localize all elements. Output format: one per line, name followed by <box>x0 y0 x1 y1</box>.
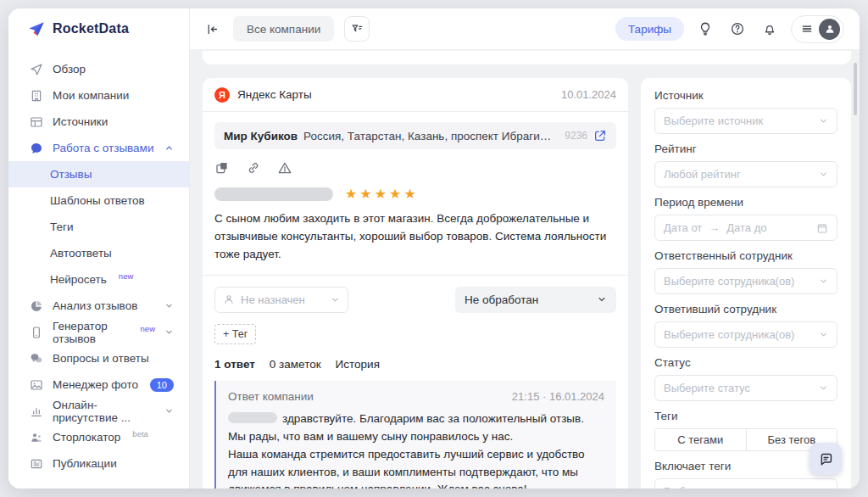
with-tags-button[interactable]: С тегами <box>655 429 747 450</box>
sidebar-item-label: Работа с отзывами <box>53 142 153 154</box>
sidebar-item-label: Мои компании <box>53 89 129 102</box>
review-source: Яндекс Карты <box>237 88 312 101</box>
company-address: Россия, Татарстан, Казань, проспект Ибра… <box>303 130 559 142</box>
sidebar-item-companies[interactable]: Мои компании <box>8 82 189 109</box>
yandex-maps-icon: Я <box>214 87 230 103</box>
sidebar-item-questions-answers[interactable]: Вопросы и ответы <box>8 345 189 371</box>
rating-select[interactable]: Любой рейтинг <box>654 161 837 187</box>
sidebar-item-overview[interactable]: Обзор <box>8 56 189 82</box>
tariffs-button[interactable]: Тарифы <box>615 17 684 41</box>
collapse-left-icon <box>205 22 220 36</box>
filters-panel: Источник Выберите источник Рейтинг Любой… <box>641 78 851 489</box>
sidebar-item-label: Генератор отзывов <box>53 320 129 345</box>
status-select[interactable]: Не обработан <box>455 287 616 313</box>
link-icon[interactable] <box>246 160 261 176</box>
tab-notes[interactable]: 0 заметок <box>270 358 321 371</box>
source-select[interactable]: Выберите источник <box>654 108 837 134</box>
tab-history[interactable]: История <box>336 358 380 371</box>
beta-badge: beta <box>132 429 148 438</box>
scrollbar[interactable] <box>854 63 857 115</box>
external-link-icon[interactable] <box>593 129 607 142</box>
sidebar: RocketData Обзор Мои компании Источники … <box>8 8 190 489</box>
chevron-down-icon <box>819 383 828 393</box>
sidebar-item-reviews-work[interactable]: Работа с отзывами <box>8 135 189 161</box>
select-placeholder: Выберите сотрудника(ов) <box>664 328 794 341</box>
add-tag-button[interactable]: + Тег <box>214 324 256 344</box>
date-range-input[interactable]: Дата от → Дата до <box>654 215 837 241</box>
sidebar-item-label: Источники <box>53 115 108 128</box>
sidebar-item-label: Онлайн-присутствие ... <box>53 399 155 424</box>
sidebar-item-photo-manager[interactable]: Менеджер фото 10 <box>8 371 189 398</box>
sidebar-item-sources[interactable]: Источники <box>8 109 189 135</box>
sidebar-item-label: Шаблоны ответов <box>50 194 145 207</box>
reply-timestamp: 21:15 · 16.01.2024 <box>512 390 604 403</box>
building-icon <box>29 88 43 103</box>
table-icon <box>29 114 43 129</box>
sidebar-item-reply-templates[interactable]: Шаблоны ответов <box>8 187 189 214</box>
main-area: Все компании Тарифы <box>190 8 860 489</box>
question-circle-icon <box>730 21 745 36</box>
sidebar-item-tags[interactable]: Теги <box>8 214 189 240</box>
sidebar-item-label: Отзывы <box>50 168 92 181</box>
sidebar-item-reviews[interactable]: Отзывы <box>8 161 189 187</box>
user-menu[interactable] <box>791 15 844 43</box>
sidebar-item-online-presence[interactable]: Онлайн-присутствие ... <box>8 398 189 424</box>
notifications-button[interactable] <box>759 18 781 40</box>
filter-label: Рейтинг <box>654 142 837 155</box>
filter-responsible-employee: Ответственный сотрудник Выберите сотрудн… <box>654 249 837 294</box>
sidebar-item-review-analysis[interactable]: Анализ отзывов <box>8 293 189 319</box>
sidebar-item-label: Менеджер фото <box>53 378 138 391</box>
photo-count-badge: 10 <box>150 378 174 392</box>
sidebar-item-label: Вопросы и ответы <box>53 352 149 365</box>
responsible-employee-select[interactable]: Выберите сотрудника(ов) <box>654 268 837 294</box>
select-placeholder: Любой рейтинг <box>664 168 741 181</box>
lightbulb-icon <box>698 21 713 36</box>
review-tabs: 1 ответ 0 заметок История <box>214 358 616 371</box>
warning-icon[interactable] <box>277 160 292 176</box>
message-icon <box>818 451 834 467</box>
sidebar-item-neural-network[interactable]: Нейросеть new <box>8 266 189 293</box>
chat-bubble-icon <box>29 141 43 155</box>
sidebar-item-review-generator[interactable]: Генератор отзывов new <box>8 319 189 345</box>
sidebar-item-autoreplies[interactable]: Автоответы <box>8 240 189 266</box>
ideas-button[interactable] <box>694 18 716 40</box>
avatar <box>819 19 840 40</box>
chevron-down-icon <box>819 487 828 489</box>
sidebar-item-publications[interactable]: Публикации <box>8 450 189 477</box>
company-name: Мир Кубиков <box>224 130 298 142</box>
chevron-down-icon <box>164 406 174 416</box>
includes-tags-select[interactable]: Выберите теги <box>654 478 837 489</box>
filter-button[interactable] <box>344 16 370 42</box>
tab-replies[interactable]: 1 ответ <box>214 358 255 371</box>
copy-icon[interactable] <box>214 160 230 176</box>
sidebar-item-label: Публикации <box>53 457 117 470</box>
image-icon <box>29 377 43 392</box>
sidebar-item-store-locator[interactable]: Сторлокатор beta <box>8 424 189 450</box>
status-filter-select[interactable]: Выберите статус <box>654 375 837 401</box>
chevron-down-icon <box>597 294 607 304</box>
assignee-placeholder: Не назначен <box>241 293 305 306</box>
select-placeholder: Выберите сотрудника(ов) <box>664 275 794 288</box>
review-text: С сыном любим заходить в этот магазин. В… <box>214 210 616 264</box>
logo[interactable]: RocketData <box>8 8 189 49</box>
reviewer-row: ★★★★★ <box>214 187 616 201</box>
filter-period: Период времени Дата от → Дата до <box>654 196 837 241</box>
sidebar-item-label: Теги <box>50 221 73 233</box>
rocketdata-logo-icon <box>27 20 46 38</box>
company-reply: Ответ компании 21:15 · 16.01.2024 здравс… <box>214 381 616 489</box>
support-chat-button[interactable] <box>810 443 842 475</box>
select-placeholder: Выберите статус <box>664 382 750 394</box>
help-button[interactable] <box>726 18 748 40</box>
brand-name: RocketData <box>53 21 129 36</box>
chevron-down-icon <box>819 170 828 179</box>
company-code: 9236 <box>565 130 587 142</box>
collapse-sidebar-button[interactable] <box>202 19 223 40</box>
replied-employee-select[interactable]: Выберите сотрудника(ов) <box>654 321 837 348</box>
assignee-select[interactable]: Не назначен <box>214 287 348 313</box>
sidebar-nav: Обзор Мои компании Источники Работа с от… <box>8 49 189 477</box>
chevron-down-icon <box>164 301 174 310</box>
select-placeholder: Выберите теги <box>664 485 739 489</box>
review-controls: Не назначен Не обработан <box>214 287 616 313</box>
sidebar-item-label: Анализ отзывов <box>53 299 137 312</box>
company-filter-button[interactable]: Все компании <box>233 16 334 42</box>
